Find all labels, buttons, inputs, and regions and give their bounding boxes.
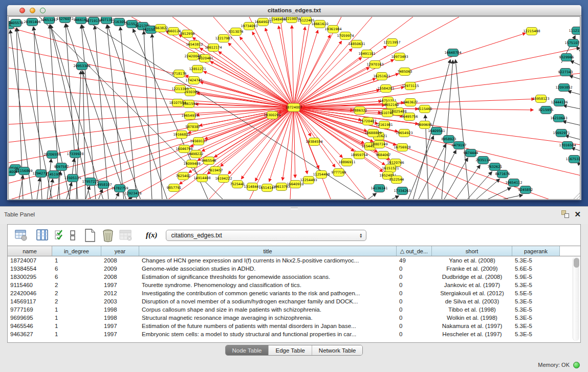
tab-edge-table[interactable]: Edge Table bbox=[268, 345, 311, 355]
table-row[interactable]: 1830029562008Estimation of significance … bbox=[8, 273, 580, 281]
table-source-dropdown[interactable]: citations_edges.txt ▲▼ bbox=[166, 230, 366, 241]
graph-node-label: 14099489 bbox=[183, 162, 200, 166]
cell-year: 2003 bbox=[101, 297, 139, 305]
graph-node-label: 10973493 bbox=[391, 55, 408, 59]
graph-node-label: 8215955 bbox=[539, 108, 554, 112]
cell-out-de-: 0 bbox=[397, 322, 432, 330]
table-row[interactable]: 2242004622012Investigating the contribut… bbox=[8, 289, 580, 297]
graph-node-label: 7485063 bbox=[398, 70, 412, 74]
graph-node-label: 18959754 bbox=[351, 153, 367, 157]
cell-short: de Silva et al. (2003) bbox=[432, 297, 512, 305]
column-header-in-degree[interactable]: in_degree bbox=[52, 246, 101, 256]
cell-in-degree: 2 bbox=[52, 281, 101, 289]
create-new-column-icon[interactable] bbox=[84, 229, 96, 242]
graph-node-label: 7886322 bbox=[353, 108, 367, 113]
network-window-titlebar[interactable]: citations_edges.txt bbox=[7, 5, 581, 16]
graph-node-label: 14136141 bbox=[371, 186, 387, 190]
graph-node-label: 12161981 bbox=[376, 123, 393, 127]
graph-node-label: 7632621 bbox=[488, 165, 503, 169]
cell-short: Franke et al. (2009) bbox=[432, 265, 512, 273]
table-row[interactable]: 946554611997Estimation of the future num… bbox=[8, 322, 580, 330]
cell-year: 2009 bbox=[101, 265, 139, 273]
table-source-value: citations_edges.txt bbox=[171, 232, 360, 239]
column-header-pagerank[interactable]: pagerank bbox=[512, 246, 560, 256]
float-panel-icon[interactable] bbox=[561, 210, 569, 218]
table-toolbar: f(x) citations_edges.txt ▲▼ bbox=[8, 225, 580, 246]
table-scrollbar[interactable] bbox=[573, 257, 579, 341]
tab-network-table[interactable]: Network Table bbox=[312, 345, 363, 355]
cell-title: Investigating the contribution of common… bbox=[139, 289, 397, 297]
graph-node-label: 19654935 bbox=[181, 114, 198, 118]
column-header-year[interactable]: year bbox=[101, 246, 139, 256]
cell-in-degree: 1 bbox=[52, 322, 101, 330]
graph-node-label: 12215498 bbox=[523, 29, 540, 33]
cell-year: 1997 bbox=[101, 330, 139, 338]
graph-node-label: 7625402 bbox=[176, 174, 191, 178]
splitter-grip[interactable] bbox=[291, 207, 298, 210]
network-canvas[interactable]: 8313213940557820391406106532871527607294… bbox=[8, 16, 580, 200]
cell-name: 9463627 bbox=[8, 330, 52, 338]
graph-node-label: 9245852 bbox=[518, 188, 533, 192]
graph-node-label: 17016504 bbox=[559, 143, 576, 147]
close-window-button[interactable] bbox=[19, 8, 25, 13]
graph-node-label: 12851271 bbox=[189, 67, 206, 71]
graph-node-label: 6479197 bbox=[452, 143, 467, 147]
graph-node-label: 12213393 bbox=[171, 87, 188, 91]
graph-node-label: 10688809 bbox=[364, 131, 381, 135]
delete-column-icon[interactable] bbox=[102, 229, 114, 242]
cell-name: 9699695 bbox=[8, 314, 52, 322]
graph-node-label: 12444136 bbox=[551, 100, 568, 104]
table-scrollbar-thumb[interactable] bbox=[574, 258, 579, 268]
graph-node-label: 12093852 bbox=[555, 85, 572, 90]
column-header-name[interactable]: name bbox=[8, 246, 52, 256]
minimize-window-button[interactable] bbox=[30, 8, 35, 13]
column-header-title[interactable]: title bbox=[139, 246, 397, 256]
table-row[interactable]: 1938455462009Genome-wide association stu… bbox=[8, 265, 580, 273]
graph-node-label: 16251621 bbox=[373, 74, 390, 78]
delete-table-icon[interactable] bbox=[119, 229, 133, 242]
table-row[interactable]: 969969511998Structural magnetic resonanc… bbox=[8, 314, 580, 322]
column-header-short[interactable]: short bbox=[432, 246, 512, 256]
graph-node-label: 20953346 bbox=[73, 64, 90, 68]
graph-node-label: 15958123 bbox=[532, 97, 549, 101]
graph-node-label: 20206556 bbox=[43, 152, 60, 157]
window-title: citations_edges.txt bbox=[7, 5, 581, 16]
zoom-window-button[interactable] bbox=[40, 8, 46, 13]
cell-short: Yano et al. (2008) bbox=[432, 256, 512, 265]
graph-node-label: 11121501 bbox=[569, 29, 580, 33]
close-panel-icon[interactable]: ✕ bbox=[574, 210, 581, 218]
table-settings-icon[interactable] bbox=[15, 229, 28, 242]
unselect-all-columns-icon[interactable] bbox=[70, 229, 76, 242]
float-front-square bbox=[564, 213, 569, 218]
dropdown-stepper-icon: ▲▼ bbox=[359, 233, 362, 238]
cell-year: 1997 bbox=[101, 322, 139, 330]
graph-node-label: 15720407 bbox=[359, 119, 376, 123]
graph-node-label: 12213957 bbox=[383, 40, 400, 45]
cell-out-de-: 0 bbox=[397, 289, 432, 297]
table-row[interactable]: 911546021997Tourette syndrome. Phenomeno… bbox=[8, 281, 580, 289]
function-builder-icon[interactable]: f(x) bbox=[146, 231, 158, 239]
graph-node-label: 9684067 bbox=[376, 153, 391, 157]
table-row[interactable]: 1872400712008Changes of HCN gene express… bbox=[8, 256, 580, 265]
graph-node-label: 21156869 bbox=[15, 169, 32, 173]
table-row[interactable]: 946362711997Embryonic stem cells: a mode… bbox=[8, 330, 580, 338]
tab-node-table[interactable]: Node Table bbox=[226, 345, 269, 355]
show-columns-icon[interactable] bbox=[36, 229, 49, 242]
table-panel: f(x) citations_edges.txt ▲▼ namein_degre… bbox=[7, 224, 581, 343]
table-row[interactable]: 977716911998Corpus callosum shape and si… bbox=[8, 305, 580, 314]
table-row[interactable]: 1456911722003Disruption of a novel membe… bbox=[8, 297, 580, 305]
graph-node-label: 15276072 bbox=[56, 17, 73, 21]
graph-node-label: 11675311 bbox=[565, 157, 580, 161]
citation-network-graph[interactable]: 8313213940557820391406106532871527607294… bbox=[9, 17, 580, 200]
cell-out-de-: 0 bbox=[397, 281, 432, 289]
resize-grip-icon[interactable] bbox=[574, 193, 580, 199]
graph-node-label: 10896911 bbox=[338, 160, 355, 164]
table-header-row: namein_degreeyeartitle△out_de...shortpag… bbox=[8, 246, 580, 256]
select-all-columns-icon[interactable] bbox=[55, 229, 65, 242]
network-window[interactable]: citations_edges.txt 83132139405578203914… bbox=[7, 5, 581, 200]
graph-node-label: 2935114 bbox=[476, 158, 491, 162]
column-header-out-de-[interactable]: △out_de... bbox=[397, 246, 432, 256]
graph-node-label: 9115460 bbox=[418, 107, 432, 111]
graph-node-label: 11254498 bbox=[313, 172, 330, 177]
graph-node-label: 16782759 bbox=[111, 186, 128, 190]
